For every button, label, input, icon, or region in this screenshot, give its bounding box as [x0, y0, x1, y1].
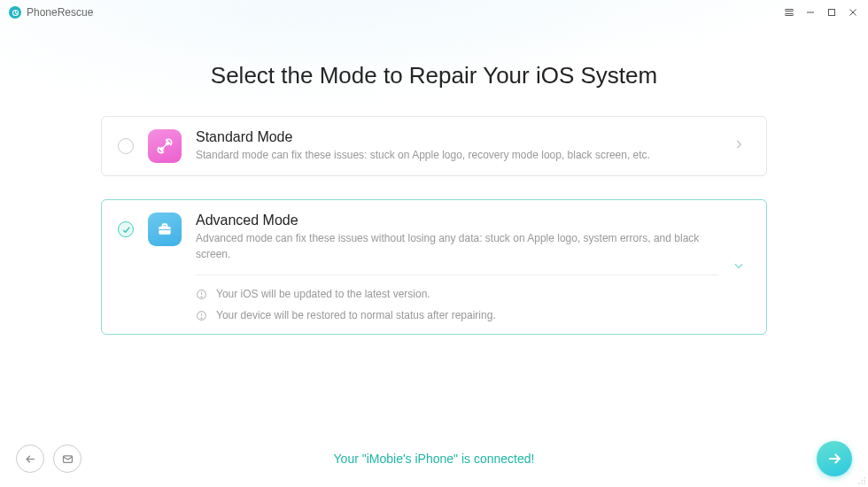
page-title: Select the Mode to Repair Your iOS Syste…	[0, 62, 868, 89]
next-button[interactable]	[817, 441, 852, 476]
svg-point-19	[864, 477, 865, 479]
info-icon	[196, 289, 207, 300]
svg-rect-7	[159, 227, 170, 235]
resize-grip-icon[interactable]	[857, 476, 866, 485]
chevron-down-icon	[732, 259, 745, 275]
svg-point-24	[864, 483, 865, 484]
mode-options: Standard Mode Standard mode can fix thes…	[101, 116, 767, 335]
minimize-icon[interactable]	[804, 6, 817, 19]
connection-status: Your "iMobie's iPhone" is connected!	[0, 452, 868, 466]
svg-rect-9	[159, 229, 170, 230]
svg-point-15	[201, 317, 202, 318]
app-name: PhoneRescue	[27, 6, 93, 19]
footer: Your "iMobie's iPhone" is connected!	[0, 430, 868, 487]
note-text: Your iOS will be updated to the latest v…	[216, 288, 430, 300]
radio-advanced[interactable]	[118, 221, 134, 237]
maximize-icon[interactable]	[825, 6, 838, 19]
note-text: Your device will be restored to normal s…	[216, 309, 496, 321]
mode-title-standard: Standard Mode	[196, 129, 718, 145]
app-logo-icon	[9, 6, 21, 19]
svg-point-21	[864, 480, 865, 482]
svg-rect-4	[829, 10, 835, 16]
note-row: Your iOS will be updated to the latest v…	[196, 288, 718, 300]
svg-rect-1	[786, 10, 793, 12]
close-icon[interactable]	[847, 6, 859, 19]
menu-icon[interactable]	[783, 6, 795, 19]
svg-point-12	[201, 296, 202, 297]
mode-card-advanced[interactable]: Advanced Mode Advanced mode can fix thes…	[101, 199, 767, 335]
wrench-icon	[148, 129, 182, 163]
advanced-notes: Your iOS will be updated to the latest v…	[196, 274, 718, 321]
mode-card-standard[interactable]: Standard Mode Standard mode can fix thes…	[101, 116, 767, 176]
mode-desc-advanced: Advanced mode can fix these issues witho…	[196, 230, 718, 262]
window-controls	[783, 6, 859, 19]
back-button[interactable]	[16, 444, 44, 473]
svg-rect-8	[163, 224, 167, 227]
chevron-right-icon	[732, 138, 745, 154]
svg-point-20	[861, 480, 863, 482]
svg-point-22	[858, 483, 860, 484]
mail-button[interactable]	[53, 444, 81, 473]
title-bar: PhoneRescue	[0, 0, 868, 25]
svg-point-23	[861, 483, 863, 484]
briefcase-icon	[148, 213, 182, 246]
radio-standard[interactable]	[118, 138, 134, 154]
note-row: Your device will be restored to normal s…	[196, 309, 718, 321]
info-icon	[196, 310, 207, 321]
svg-rect-2	[786, 14, 793, 16]
mode-title-advanced: Advanced Mode	[196, 213, 718, 228]
mode-desc-standard: Standard mode can fix these issues: stuc…	[196, 147, 718, 163]
